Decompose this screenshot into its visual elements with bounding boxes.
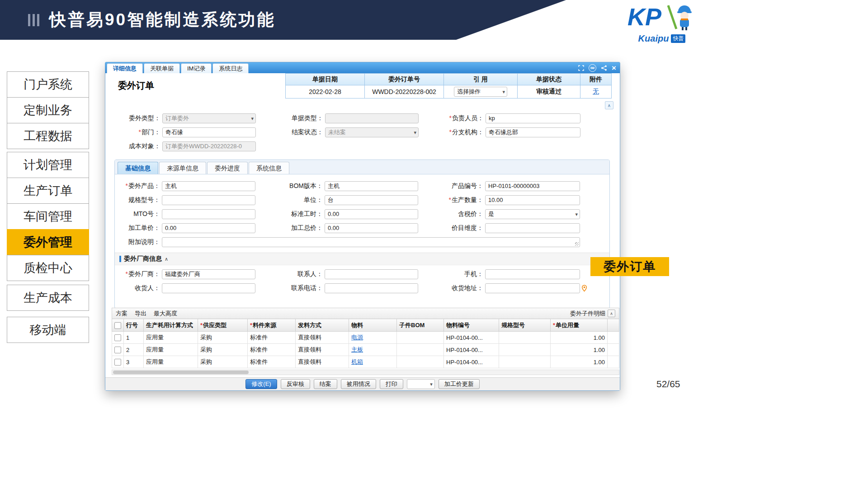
chevron-down-icon: ▾ <box>575 211 578 216</box>
material-link[interactable]: 主板 <box>351 346 363 353</box>
field-label: 结案状态： <box>256 128 325 136</box>
collapse-grid-button[interactable]: ∧ <box>608 310 615 317</box>
row-checkbox[interactable] <box>114 334 121 341</box>
table-row: 2应用量采购标准件直接领料主板HP-0104-00...1.00 <box>112 344 619 356</box>
subtab[interactable]: 系统信息 <box>249 162 289 174</box>
field-select[interactable]: 订单委外▾ <box>162 113 256 123</box>
sidebar-item[interactable]: 计划管理 <box>7 152 89 178</box>
window-tab[interactable]: 详细信息 <box>107 63 143 73</box>
fullscreen-icon[interactable] <box>578 65 584 71</box>
im-icon[interactable]: IM <box>589 64 596 72</box>
kuaipu-logo: KP Kuaipu 快普 <box>627 4 696 44</box>
sidebar-item[interactable]: 门户系统 <box>7 71 89 98</box>
grid-column-header: *料件来源 <box>248 319 296 332</box>
field-input[interactable] <box>485 269 580 279</box>
header-col-status: 单据状态 <box>517 73 580 85</box>
toolbar-button[interactable]: 方案 <box>116 310 127 318</box>
document-header-table: 单据日期 委外订单号 引 用 单据状态 附件 2022-02-28 WWDD-2… <box>285 73 613 99</box>
footer-button[interactable]: 加工价更新 <box>439 379 480 389</box>
row-checkbox[interactable] <box>114 359 121 366</box>
subtab[interactable]: 来源单信息 <box>159 162 206 174</box>
location-pin-icon[interactable] <box>581 285 587 292</box>
grid-cell: 直接领料 <box>296 332 349 344</box>
sidebar-item[interactable]: 质检中心 <box>7 255 89 281</box>
footer-button[interactable]: 结案 <box>314 379 337 389</box>
share-icon[interactable] <box>601 65 607 71</box>
footer-button[interactable]: 打印 <box>380 379 403 389</box>
sidebar-item[interactable]: 生产成本 <box>7 285 89 311</box>
footer-button[interactable]: 修改(E) <box>245 379 277 389</box>
field-input[interactable]: 主机 <box>162 181 255 191</box>
field-input[interactable] <box>325 283 418 293</box>
field-input[interactable]: 奇石缘 <box>162 127 256 137</box>
field-input[interactable]: 10.00 <box>485 195 580 205</box>
grid-cell: 主板 <box>349 344 397 356</box>
sidebar-item[interactable]: 定制业务 <box>7 97 89 123</box>
slide: 快普易90智能制造系统功能 KP Kuaipu 快普 门户系统定制业务工程数据计… <box>0 0 868 488</box>
footer-combo[interactable]: ▾ <box>407 379 435 389</box>
field-input[interactable]: HP-0101-00000003 <box>485 181 580 191</box>
subtab[interactable]: 委外进度 <box>207 162 248 174</box>
vendor-section-title: 委外厂商信息 <box>124 255 162 263</box>
sidebar-item[interactable]: 工程数据 <box>7 123 89 149</box>
field-select[interactable]: 未结案▾ <box>325 127 419 137</box>
material-link[interactable]: 电源 <box>351 334 363 341</box>
sidebar-item[interactable]: 车间管理 <box>7 203 89 230</box>
window-tab[interactable]: IM记录 <box>181 63 212 73</box>
subtab[interactable]: 基础信息 <box>118 162 158 174</box>
field-label: 标准工时： <box>255 210 325 218</box>
field-input[interactable]: 台 <box>325 195 418 205</box>
sidebar: 门户系统定制业务工程数据计划管理生产订单车间管理委外管理质检中心生产成本移动端 <box>7 71 89 343</box>
grid-cell <box>499 344 551 356</box>
field-input[interactable]: 主机 <box>325 181 418 191</box>
doc-form: 委外类型：订单委外▾单据类型：*负责人员：kp*部门：奇石缘结案状态：未结案▾*… <box>105 111 620 153</box>
field-input[interactable]: 0.00 <box>325 223 418 233</box>
resize-grip-icon <box>575 242 579 246</box>
field-input[interactable] <box>162 209 255 219</box>
toolbar-button[interactable]: 最大高度 <box>154 310 177 318</box>
sidebar-item[interactable]: 移动端 <box>7 317 89 343</box>
field-input[interactable] <box>485 223 580 233</box>
horizontal-scrollbar[interactable] <box>112 370 619 375</box>
brand-name-cn: 快普 <box>671 34 685 43</box>
table-row: 3应用量采购标准件直接领料机箱HP-0104-00...1.00 <box>112 356 619 368</box>
grid-cell <box>499 356 551 368</box>
mascot-illustration <box>677 5 692 30</box>
grid-toolbar: 方案导出最大高度 委外子件明细 ∧ <box>112 308 619 319</box>
window-tab[interactable]: 系统日志 <box>212 63 249 73</box>
toolbar-button[interactable]: 导出 <box>135 310 146 318</box>
footer-button[interactable]: 反审核 <box>281 379 310 389</box>
field-input[interactable] <box>325 269 418 279</box>
field-input[interactable] <box>162 283 255 293</box>
field-select[interactable]: 是▾ <box>485 209 580 219</box>
field-label: 成本对象： <box>105 142 162 150</box>
field-input[interactable]: 福建委外厂商 <box>162 269 255 279</box>
sidebar-item[interactable]: 生产订单 <box>7 178 89 204</box>
footer-button[interactable]: 被用情况 <box>341 379 376 389</box>
field-input[interactable] <box>162 195 255 205</box>
material-link[interactable]: 机箱 <box>351 358 363 365</box>
row-checkbox[interactable] <box>114 347 121 353</box>
chevron-down-icon: ▾ <box>251 116 254 121</box>
select-all-checkbox[interactable] <box>114 322 121 329</box>
reference-action-select[interactable]: 选择操作 ▾ <box>454 87 507 97</box>
close-icon[interactable]: × <box>612 64 616 72</box>
grid-column-header: *单位用量 <box>551 319 608 332</box>
field-input[interactable] <box>485 283 580 293</box>
scrollbar-thumb[interactable] <box>113 371 249 374</box>
sidebar-item[interactable]: 委外管理 <box>7 229 89 255</box>
chevron-up-icon: ∧ <box>608 103 611 108</box>
window-tab[interactable]: 关联单据 <box>144 63 180 73</box>
vendor-section-header[interactable]: 委外厂商信息 ∧ <box>115 253 609 265</box>
field-input[interactable] <box>162 237 580 247</box>
field-input[interactable]: 订单委外WWDD-20220228-0 <box>162 141 256 151</box>
collapse-header-button[interactable]: ∧ <box>605 101 613 109</box>
attachment-link[interactable]: 无 <box>593 88 599 96</box>
field-input[interactable] <box>325 113 419 123</box>
field-input[interactable]: 0.00 <box>325 209 418 219</box>
field-input[interactable]: kp <box>486 113 580 123</box>
field-input[interactable]: 0.00 <box>162 223 255 233</box>
grid-cell: 应用量 <box>144 344 198 356</box>
field-input[interactable]: 奇石缘总部 <box>486 127 580 137</box>
grid-table-wrap: 行号生产耗用计算方式*供应类型*料件来源发料方式物料子件BOM物料编号规格型号*… <box>112 319 619 368</box>
